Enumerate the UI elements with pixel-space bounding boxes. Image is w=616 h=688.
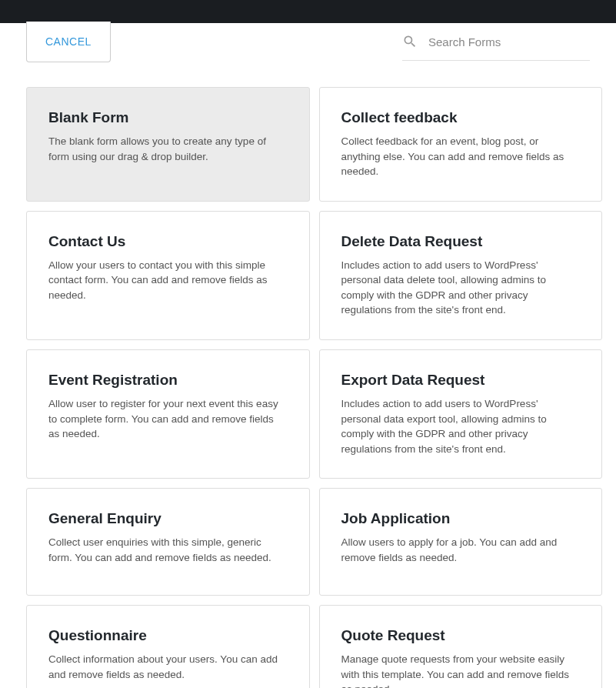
template-card-description: Includes action to add users to WordPres…	[341, 258, 581, 318]
template-card[interactable]: Blank FormThe blank form allows you to c…	[26, 87, 310, 202]
template-card-title: Delete Data Request	[341, 233, 581, 250]
search-icon	[402, 34, 418, 49]
template-card[interactable]: Collect feedbackCollect feedback for an …	[319, 87, 603, 202]
template-card-description: The blank form allows you to create any …	[48, 134, 288, 164]
template-card-description: Includes action to add users to WordPres…	[341, 396, 581, 456]
template-card-description: Allow your users to contact you with thi…	[48, 258, 288, 303]
cancel-button[interactable]: CANCEL	[26, 22, 111, 62]
template-card-description: Allow users to apply for a job. You can …	[341, 535, 581, 565]
template-cards-grid: Blank FormThe blank form allows you to c…	[0, 62, 616, 688]
template-card-title: Export Data Request	[341, 372, 581, 389]
template-card[interactable]: Delete Data RequestIncludes action to ad…	[319, 211, 603, 340]
template-card-title: Event Registration	[48, 372, 288, 389]
header-row: CANCEL	[0, 22, 616, 62]
template-card[interactable]: QuestionnaireCollect information about y…	[26, 605, 310, 688]
template-card-title: Collect feedback	[341, 109, 581, 126]
template-card-description: Collect information about your users. Yo…	[48, 652, 288, 682]
template-card-title: Contact Us	[48, 233, 288, 250]
template-card[interactable]: Contact UsAllow your users to contact yo…	[26, 211, 310, 340]
template-card[interactable]: General EnquiryCollect user enquiries wi…	[26, 488, 310, 596]
template-card[interactable]: Export Data RequestIncludes action to ad…	[319, 349, 603, 479]
template-card-title: Questionnaire	[48, 627, 288, 644]
search-input[interactable]	[428, 35, 590, 48]
template-card[interactable]: Job ApplicationAllow users to apply for …	[319, 488, 603, 596]
template-card-description: Collect feedback for an event, blog post…	[341, 134, 581, 179]
top-bar	[0, 0, 616, 23]
search-wrap	[402, 26, 590, 61]
template-card[interactable]: Quote RequestManage quote requests from …	[319, 605, 603, 688]
template-card-description: Allow user to register for your next eve…	[48, 396, 288, 442]
template-card-title: Quote Request	[341, 627, 581, 644]
template-card-title: Job Application	[341, 510, 581, 527]
template-card[interactable]: Event RegistrationAllow user to register…	[26, 349, 310, 479]
template-card-title: General Enquiry	[48, 510, 288, 527]
template-card-title: Blank Form	[48, 109, 288, 126]
template-card-description: Manage quote requests from your website …	[341, 652, 581, 688]
template-card-description: Collect user enquiries with this simple,…	[48, 535, 288, 565]
